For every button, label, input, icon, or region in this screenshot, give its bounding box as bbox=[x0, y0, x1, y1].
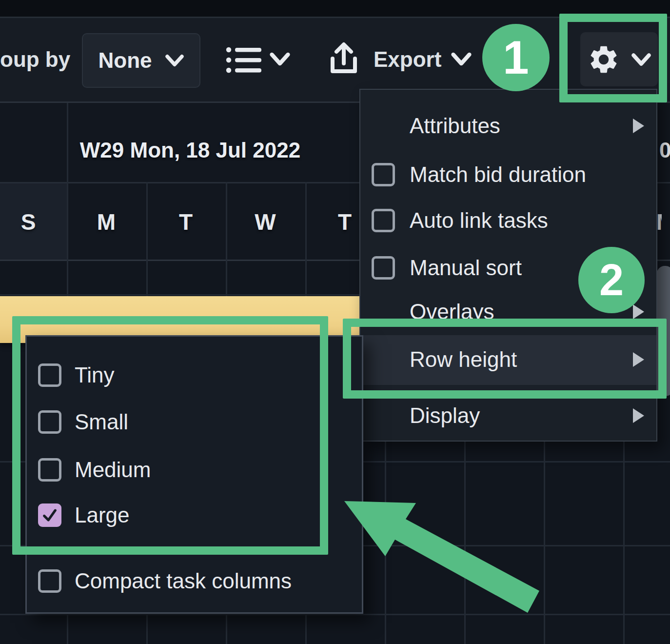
day-letter-tue: T bbox=[172, 209, 199, 235]
chevron-down-icon bbox=[165, 54, 184, 67]
option-compact-task-columns[interactable]: Compact task columns bbox=[75, 568, 292, 594]
annotation-step-1-badge: 1 bbox=[482, 24, 550, 91]
menu-item-display[interactable]: Display bbox=[410, 403, 480, 428]
gantt-app: oup by None Export bbox=[0, 0, 670, 644]
day-letter-sun: S bbox=[15, 209, 42, 235]
submenu-arrow-icon bbox=[633, 304, 644, 319]
export-icon bbox=[328, 42, 360, 77]
week-header-label: W29 Mon, 18 Jul 2022 bbox=[78, 138, 302, 162]
annotation-step-2-badge: 2 bbox=[578, 247, 645, 313]
group-by-select[interactable]: None bbox=[82, 33, 200, 88]
submenu-arrow-icon bbox=[633, 408, 644, 423]
grid-row-line bbox=[0, 614, 670, 615]
view-preset-button[interactable] bbox=[225, 46, 262, 74]
day-letter-thu: T bbox=[331, 209, 358, 235]
menu-item-attributes[interactable]: Attributes bbox=[410, 113, 500, 139]
menu-item-manual-sort[interactable]: Manual sort bbox=[410, 255, 522, 281]
step-2-number: 2 bbox=[599, 255, 624, 305]
export-chevron[interactable] bbox=[451, 52, 472, 66]
match-bid-duration-checkbox[interactable] bbox=[372, 163, 395, 186]
chevron-down-icon bbox=[451, 52, 472, 66]
export-label[interactable]: Export bbox=[374, 47, 441, 72]
view-preset-chevron[interactable] bbox=[269, 52, 291, 66]
auto-link-tasks-checkbox[interactable] bbox=[372, 209, 395, 232]
annotation-box-submenu bbox=[12, 316, 328, 555]
submenu-arrow-icon bbox=[633, 119, 644, 133]
menu-item-match-bid-duration[interactable]: Match bid duration bbox=[410, 162, 586, 187]
chevron-down-icon bbox=[269, 52, 291, 66]
annotation-box-settings-button bbox=[559, 14, 667, 102]
day-letter-wed: W bbox=[252, 209, 279, 235]
group-by-value: None bbox=[99, 48, 152, 73]
day-letter-mon: M bbox=[93, 209, 120, 235]
manual-sort-checkbox[interactable] bbox=[372, 256, 395, 280]
export-button[interactable] bbox=[328, 42, 360, 77]
annotation-box-row-height bbox=[343, 319, 667, 399]
next-week-header-fragment: 0 bbox=[659, 138, 670, 162]
list-icon bbox=[225, 46, 262, 74]
menu-item-auto-link-tasks[interactable]: Auto link tasks bbox=[410, 208, 548, 233]
step-1-number: 1 bbox=[503, 31, 529, 84]
group-by-label: oup by bbox=[0, 47, 70, 72]
compact-task-columns-checkbox[interactable] bbox=[38, 569, 61, 593]
